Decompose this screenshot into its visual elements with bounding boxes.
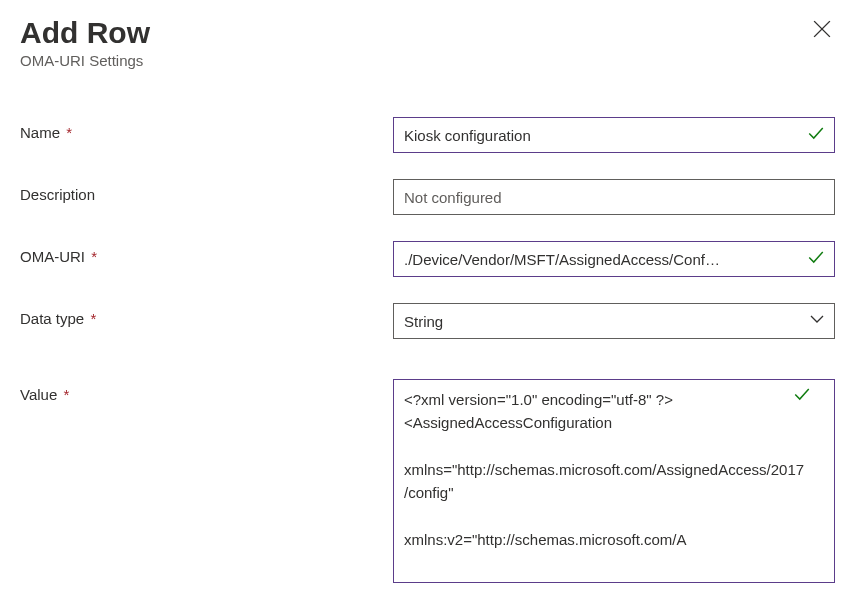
select-value: String: [404, 313, 443, 330]
required-marker: *: [91, 248, 97, 265]
value-textarea[interactable]: [393, 379, 835, 583]
name-input[interactable]: [393, 117, 835, 153]
required-marker: *: [90, 310, 96, 327]
data-type-label: Data type *: [20, 303, 393, 327]
label-text: Value: [20, 386, 57, 403]
description-label: Description: [20, 179, 393, 203]
label-text: Data type: [20, 310, 84, 327]
required-marker: *: [66, 124, 72, 141]
dialog-subtitle: OMA-URI Settings: [20, 52, 835, 69]
close-button[interactable]: [809, 16, 835, 46]
oma-uri-label: OMA-URI *: [20, 241, 393, 265]
label-text: Name: [20, 124, 60, 141]
label-text: OMA-URI: [20, 248, 85, 265]
required-marker: *: [63, 386, 69, 403]
data-type-select[interactable]: String: [393, 303, 835, 339]
name-label: Name *: [20, 117, 393, 141]
oma-uri-input[interactable]: [393, 241, 835, 277]
value-label: Value *: [20, 379, 393, 403]
description-input[interactable]: [393, 179, 835, 215]
dialog-title: Add Row: [20, 16, 150, 50]
label-text: Description: [20, 186, 95, 203]
close-icon: [813, 20, 831, 38]
